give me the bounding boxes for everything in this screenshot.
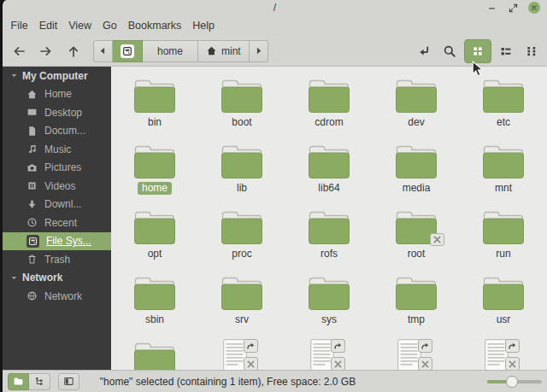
folder-item[interactable]: run [462, 205, 544, 271]
symlink-emblem [505, 339, 520, 353]
breadcrumb-segment-home[interactable]: home [143, 40, 198, 62]
house-icon [206, 45, 217, 56]
breadcrumb-segment-root[interactable] [113, 40, 143, 62]
item-label: mnt [491, 182, 516, 195]
folder-item[interactable]: tmp [375, 271, 457, 336]
folder-icon [219, 76, 265, 115]
folder-item[interactable]: mnt [462, 139, 544, 205]
symlink-emblem [418, 339, 432, 353]
zoom-slider[interactable] [487, 375, 542, 389]
sidebar-item-home[interactable]: Home [3, 85, 111, 104]
chevron-left-icon [97, 45, 109, 56]
sidebar-item-pictures[interactable]: Pictures [3, 159, 111, 178]
sidebar-section-network[interactable]: Network [3, 269, 111, 288]
item-label: usr [492, 313, 515, 326]
breadcrumb-segment-mint[interactable]: mint [198, 40, 250, 62]
forward-button[interactable] [32, 39, 60, 63]
show-places-button[interactable] [8, 373, 29, 390]
x-emblem [505, 357, 520, 370]
folder-icon [393, 76, 439, 115]
link-file-item[interactable] [201, 336, 283, 370]
folder-item[interactable]: rofs [288, 205, 370, 271]
folder-item[interactable]: home [114, 139, 196, 205]
menu-view[interactable]: View [63, 17, 97, 34]
folder-item[interactable]: sbin [114, 271, 196, 336]
item-label: boot [227, 116, 256, 129]
sidebar-item-videos[interactable]: Videos [3, 177, 111, 196]
x-emblem [331, 357, 345, 370]
item-label: sbin [141, 313, 168, 326]
link-file-item[interactable] [462, 336, 544, 370]
folder-item[interactable]: media [375, 139, 457, 205]
menu-edit[interactable]: Edit [33, 17, 63, 34]
folder-item[interactable] [114, 336, 196, 370]
show-treeview-button[interactable] [29, 373, 50, 390]
folder-icon [480, 208, 526, 247]
sidebar-item-trash[interactable]: Trash [3, 250, 111, 269]
folder-icon [480, 273, 526, 313]
house-icon [26, 89, 38, 100]
x-emblem [430, 233, 444, 246]
sidebar-item-desktop[interactable]: Desktop [3, 103, 111, 122]
folder-item[interactable]: lib [201, 139, 283, 205]
sidebar-item-file-sys[interactable]: File Sys... [3, 232, 111, 251]
menu-bookmarks[interactable]: Bookmarks [122, 17, 187, 34]
folder-item[interactable]: lib64 [288, 139, 370, 205]
restore-button[interactable] [507, 2, 519, 14]
folder-icon [306, 208, 352, 247]
folder-item[interactable]: proc [201, 205, 283, 271]
compact-view-button[interactable] [521, 40, 543, 62]
sidebar-item-recent[interactable]: Recent [3, 214, 111, 232]
folder-item[interactable]: boot [201, 73, 283, 139]
up-button[interactable] [60, 39, 87, 63]
folder-item[interactable]: opt [114, 205, 196, 271]
zoom-slider-handle[interactable] [506, 376, 518, 388]
minimize-button[interactable] [485, 2, 497, 14]
file-manager-window: / FileEditViewGoBookmarksHelp homemint M… [0, 0, 547, 392]
filesystem-icon [121, 44, 134, 58]
menu-go[interactable]: Go [97, 17, 123, 34]
item-label: bin [144, 116, 166, 129]
x-emblem [244, 357, 258, 370]
item-label: rofs [316, 248, 342, 260]
link-file-item[interactable] [288, 336, 370, 370]
folder-small-icon [13, 376, 24, 387]
arrow-right-icon [39, 44, 53, 58]
folder-item[interactable]: sys [288, 271, 370, 336]
list-view-button[interactable] [495, 40, 517, 62]
sidebar-item-docum[interactable]: Docum... [3, 122, 111, 141]
item-label: run [491, 248, 515, 260]
titlebar[interactable]: / [3, 0, 547, 15]
main-area: My ComputerHomeDesktopDocum...MusicPictu… [3, 67, 547, 370]
breadcrumb-prev-button[interactable] [93, 40, 113, 62]
menu-file[interactable]: File [5, 17, 33, 34]
folder-item[interactable]: usr [462, 271, 544, 336]
folder-icon [219, 142, 265, 181]
toggle-location-entry-button[interactable] [413, 40, 435, 62]
folder-item[interactable]: cdrom [288, 73, 370, 139]
breadcrumb-next-button[interactable] [250, 40, 268, 62]
places-sidebar: My ComputerHomeDesktopDocum...MusicPictu… [3, 67, 111, 370]
close-button[interactable] [528, 2, 540, 14]
enter-location-icon [417, 44, 431, 58]
search-button[interactable] [438, 40, 461, 62]
folder-item[interactable]: dev [375, 73, 457, 139]
sidebar-section-my-computer[interactable]: My Computer [3, 67, 111, 85]
icon-view-button[interactable] [464, 39, 491, 63]
item-label: tmp [403, 313, 429, 326]
symlink-emblem [244, 339, 258, 353]
back-button[interactable] [5, 39, 32, 63]
sidebar-item-network[interactable]: Network [3, 287, 111, 306]
expander-icon [10, 274, 18, 282]
folder-item[interactable]: bin [114, 73, 196, 139]
menu-help[interactable]: Help [187, 17, 221, 34]
sidebar-item-music[interactable]: Music [3, 140, 111, 159]
link-file-item[interactable] [375, 336, 457, 370]
sidebar-item-downl[interactable]: Downl... [3, 196, 111, 214]
folder-item[interactable]: etc [462, 73, 544, 139]
folder-item[interactable]: srv [201, 271, 283, 336]
arrow-left-icon [12, 44, 26, 58]
folder-item[interactable]: root [375, 205, 457, 271]
item-label: dev [403, 116, 428, 129]
toggle-sidebar-button[interactable] [58, 373, 79, 390]
